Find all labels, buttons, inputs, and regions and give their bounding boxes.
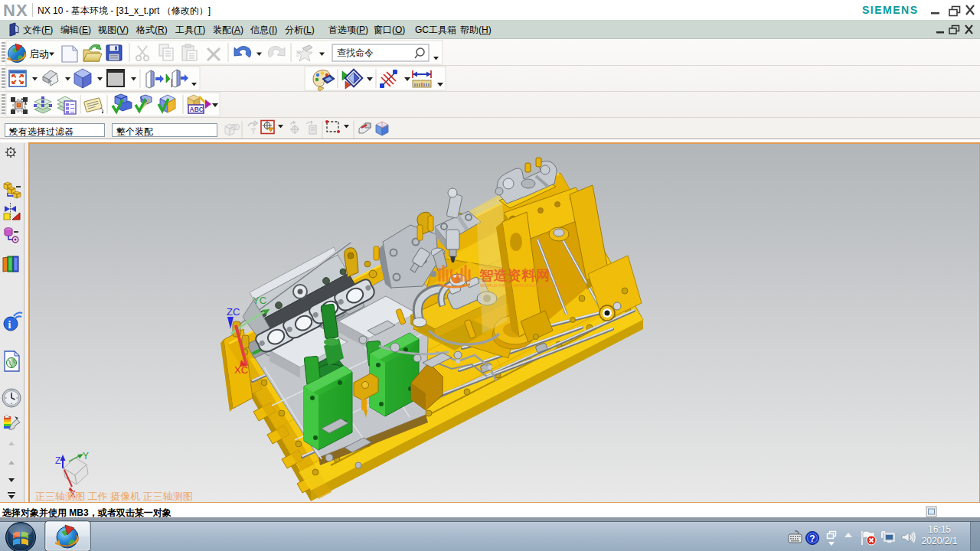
svg-text:i: i: [8, 319, 11, 331]
svg-text:YC: YC: [253, 295, 266, 306]
svg-text:WORLD FIRST MANUFACTURING DATA: WORLD FIRST MANUFACTURING DATA: [480, 283, 566, 288]
svg-text:?: ?: [809, 533, 815, 544]
svg-text:智造资料网: 智造资料网: [479, 268, 550, 283]
svg-text:Y: Y: [83, 451, 89, 461]
svg-text:ZC: ZC: [227, 306, 240, 318]
svg-text:启动: 启动: [29, 48, 49, 60]
svg-text:Z: Z: [55, 455, 60, 466]
svg-text:ABC: ABC: [190, 106, 204, 113]
svg-text:查找命令: 查找命令: [337, 47, 374, 58]
